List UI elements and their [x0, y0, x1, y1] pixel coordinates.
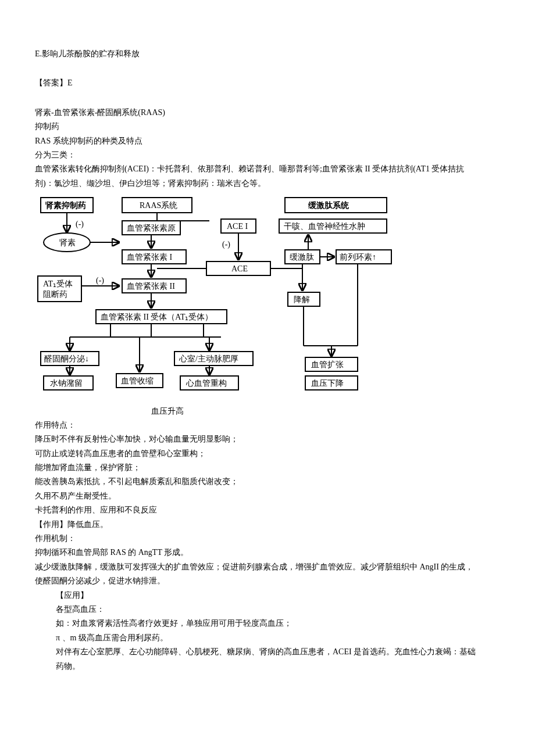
acei-line1: 血管紧张素转化酶抑制剂(ACEI)：卡托普利、依那普利、赖诺普利、唾那普利等;血…: [35, 163, 500, 175]
hypertrophy-label: 心室/主动脉肥厚: [179, 354, 238, 363]
app1: 各型高血压：: [35, 603, 500, 616]
ace-label: ACE: [231, 264, 248, 273]
mech1: 抑制循环和血管局部 RAS 的 AngTT 形成。: [35, 546, 500, 559]
at1block-label2: 阻断药: [43, 290, 67, 299]
diagram-caption: 血压升高: [151, 405, 500, 418]
app4: 对伴有左心室肥厚、左心功能障碍、心肌梗死、糖尿病、肾病的高血压患者，ACEI 是…: [35, 646, 500, 658]
renin-label: 肾素: [59, 238, 76, 247]
renin-drug-label: 肾素抑制药: [45, 201, 86, 210]
neg3: (-): [96, 276, 104, 285]
mechanism-title: 作用机制：: [35, 532, 500, 545]
angiotensinogen-label: 血管紧张素原: [127, 224, 176, 232]
app5: 药物。: [35, 660, 500, 673]
action-title: 【作用】降低血压。: [35, 518, 500, 531]
raas-label: RAAS系统: [140, 201, 177, 210]
feat5: 久用不易产生耐受性。: [35, 490, 500, 503]
dilation-label: 血管扩张: [311, 360, 344, 369]
raas-title: 肾素-血管紧张素-醛固酮系统(RAAS): [35, 106, 500, 119]
acei-line2: 剂)：氯沙坦、缬沙坦、伊白沙坦等；肾素抑制药：瑞米吉仑等。: [35, 177, 500, 190]
ang1-label: 血管紧张素 I: [127, 253, 173, 261]
mech2: 减少缓激肽降解，缓激肽可发挥强大的扩血管效应；促进前列腺素合成，增强扩血管效应。…: [35, 561, 500, 574]
feat1: 降压时不伴有反射性心率加快，对心输血量无明显影响；: [35, 433, 500, 446]
application-title: 【应用】: [35, 589, 500, 602]
captopril-title: 卡托普利的作用、应用和不良反应: [35, 504, 500, 517]
kinin-label: 缓激肽系统: [308, 200, 349, 210]
at1block-label1: AT₁受体: [43, 280, 73, 288]
raas-flow-diagram: 肾素抑制药 RAAS系统 缓激肽系统 (-) 肾素 血管紧张素原 血管紧张素 I…: [35, 195, 401, 402]
degradation-label: 降解: [294, 295, 310, 304]
mech3: 使醛固酮分泌减少，促进水钠排泄。: [35, 575, 500, 587]
three-categories: 分为三类：: [35, 149, 500, 162]
cough-label: 干咳、血管神经性水肿: [284, 222, 365, 231]
bradykinin-label: 缓激肽: [290, 253, 314, 261]
app3: π 、m 级高血压需合用利尿药。: [35, 632, 500, 644]
aldosterone-label: 醛固酮分泌↓: [44, 354, 89, 363]
feat4: 能改善胰岛素抵抗，不引起电解质紊乱和脂质代谢改变；: [35, 475, 500, 488]
features-title: 作用特点：: [35, 419, 500, 432]
feat3: 能增加肾血流量，保护肾脏；: [35, 461, 500, 474]
acei-label: ACE I: [227, 222, 248, 231]
ras-types: RAS 系统抑制药的种类及特点: [35, 135, 500, 148]
neg2: (-): [222, 240, 230, 249]
prostacyclin-label: 前列环素↑: [340, 253, 376, 261]
vasoconstrict-label: 血管收缩: [121, 377, 154, 385]
answer: 【答案】E: [35, 77, 500, 89]
feat2: 可防止或逆转高血压患者的血管壁和心室重构；: [35, 447, 500, 460]
ang2-label: 血管紧张素 II: [127, 282, 175, 291]
bpdown-label: 血压下降: [311, 379, 344, 388]
at1rec-label: 血管紧张素 II 受体（AT₁受体）: [101, 313, 213, 321]
remodel-label: 心血管重构: [186, 379, 227, 388]
neg1: (-): [76, 220, 84, 229]
inhibitor-title: 抑制药: [35, 120, 500, 133]
app2: 如：对血浆肾素活性高者疗效更好，单独应用可用于轻度高血压；: [35, 617, 500, 630]
water-label: 水钠潴留: [50, 379, 83, 388]
option-e: E.影响儿茶酚胺的贮存和释放: [35, 48, 500, 60]
